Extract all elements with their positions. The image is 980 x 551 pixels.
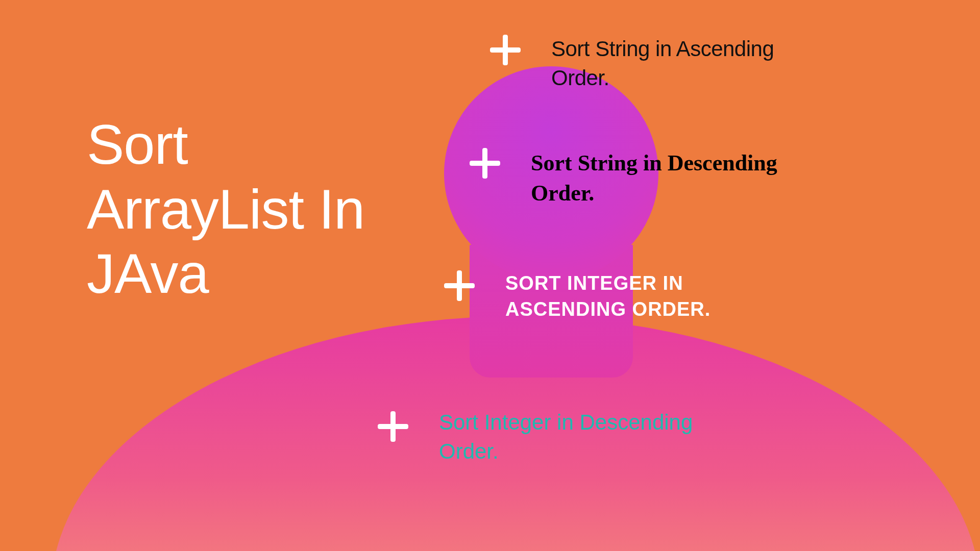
item-label: Sort String in Ascending Order. (551, 35, 837, 92)
list-item: Sort Integer in Descending Order. (378, 408, 725, 466)
item-label: Sort String in Descending Order. (531, 148, 817, 209)
plus-icon (470, 148, 500, 179)
item-label: Sort Integer in Descending Order. (439, 408, 725, 466)
item-label: Sort Integer in Ascending Order. (505, 270, 791, 323)
plus-icon (490, 35, 521, 65)
list-item: Sort String in Ascending Order. (490, 35, 837, 92)
list-item: Sort String in Descending Order. (470, 148, 817, 209)
page-title: SortArrayList InJAva (87, 112, 364, 306)
plus-icon (378, 411, 408, 442)
plus-icon (444, 270, 475, 301)
list-item: Sort Integer in Ascending Order. (444, 270, 791, 323)
